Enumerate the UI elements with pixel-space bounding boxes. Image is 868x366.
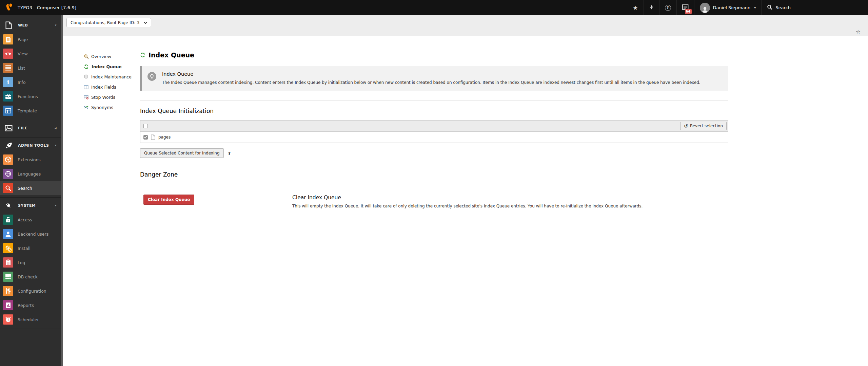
revert-selection-button[interactable]: ↺ Revert selection	[680, 122, 727, 130]
module-group-label: SYSTEM	[18, 203, 36, 208]
sidebar-item-reports[interactable]: Reports	[0, 298, 61, 312]
sidebar-item-access[interactable]: Access	[0, 213, 61, 227]
sidebar-item-label: Install	[18, 246, 31, 251]
sidebar-item-backend-users[interactable]: Backend users	[0, 227, 61, 241]
plug-icon	[3, 202, 14, 209]
gear-check-icon	[3, 243, 13, 253]
help-question-toggle[interactable]: ?	[228, 151, 231, 156]
toolbox-icon	[3, 91, 13, 102]
open-documents-button[interactable]: 64	[676, 0, 694, 15]
tab-label: Index Maintenance	[91, 74, 132, 79]
module-group-header-system[interactable]: SYSTEM ▾	[0, 198, 61, 213]
sidebar-item-functions[interactable]: Functions	[0, 89, 61, 104]
tab-index-queue[interactable]: Index Queue	[84, 61, 140, 72]
magnifier-small-icon	[84, 54, 88, 59]
sidebar-item-extensions[interactable]: Extensions	[0, 152, 61, 167]
help-button[interactable]: ?	[659, 0, 676, 15]
select-all-checkbox[interactable]	[143, 124, 148, 128]
clear-cache-button[interactable]	[644, 0, 659, 15]
page-file-icon	[151, 134, 155, 140]
module-group-admin-tools: ADMIN TOOLS ▾ Extensions Languages Searc…	[0, 138, 61, 198]
module-menu: WEB ▾ Page View List i Info	[0, 15, 61, 366]
clear-index-queue-button[interactable]: Clear Index Queue	[143, 195, 194, 205]
sidebar-item-page[interactable]: Page	[0, 32, 61, 47]
tab-index-fields[interactable]: Index Fields	[84, 82, 140, 92]
sidebar-item-label: Search	[18, 186, 32, 191]
page-title: Index Queue	[140, 51, 728, 59]
tab-stop-words[interactable]: Stop Words	[84, 92, 140, 102]
sidebar-item-view[interactable]: View	[0, 47, 61, 61]
sidebar-item-languages[interactable]: Languages	[0, 167, 61, 181]
module-group-header-web[interactable]: WEB ▾	[0, 18, 61, 32]
main-column: Index Queue Index Queue The Index Queue …	[140, 51, 728, 208]
info-callout: Index Queue The Index Queue manages cont…	[140, 66, 728, 91]
module-group-label: WEB	[18, 23, 28, 28]
globe-icon	[3, 169, 13, 179]
pages-checkbox[interactable]	[143, 135, 148, 140]
clipboard-icon	[3, 257, 13, 268]
sidebar-item-scheduler[interactable]: Scheduler	[0, 312, 61, 327]
user-menu[interactable]: Daniel Siepmann ▾	[694, 0, 762, 15]
tab-synonyms[interactable]: Synonyms	[84, 102, 140, 112]
global-search-button[interactable]: Search	[761, 0, 796, 15]
divider	[140, 100, 728, 100]
module-group-label: ADMIN TOOLS	[18, 143, 49, 148]
info-icon: i	[3, 77, 13, 87]
list-icon	[3, 63, 13, 73]
sidebar-item-info[interactable]: i Info	[0, 75, 61, 89]
sidebar-item-install[interactable]: Install	[0, 241, 61, 255]
sidebar-item-label: Reports	[18, 303, 34, 308]
module-group-header-admin-tools[interactable]: ADMIN TOOLS ▾	[0, 138, 61, 152]
sidebar-item-log[interactable]: Log	[0, 255, 61, 270]
sidebar-item-label: Scheduler	[18, 317, 39, 322]
clear-index-queue-button-label: Clear Index Queue	[148, 197, 190, 202]
sidebar-item-template[interactable]: Template	[0, 104, 61, 118]
page-icon	[3, 34, 13, 44]
open-documents-icon: 64	[682, 4, 689, 11]
sidebar-item-label: List	[18, 66, 25, 71]
tab-label: Index Queue	[92, 64, 122, 69]
sliders-icon	[3, 286, 13, 296]
tab-label: Stop Words	[91, 95, 115, 100]
sidebar-item-label: Template	[18, 108, 37, 113]
callout-title: Index Queue	[162, 71, 701, 77]
refresh-green-icon	[84, 64, 89, 69]
clear-queue-heading: Clear Index Queue	[292, 195, 643, 201]
page-selector[interactable]: Congratulations, Root Page ID: 3	[66, 18, 151, 27]
report-chart-icon	[3, 300, 13, 310]
search-label: Search	[775, 5, 791, 10]
sidebar-item-list[interactable]: List	[0, 61, 61, 75]
sidebar-item-db-check[interactable]: DB check	[0, 270, 61, 284]
bookmarks-button[interactable]: ★	[627, 0, 643, 15]
clear-queue-description: This will empty the Index Queue. It will…	[292, 204, 643, 208]
user-name: Daniel Siepmann	[713, 5, 751, 10]
tab-label: Overview	[91, 54, 111, 59]
tab-label: Synonyms	[91, 105, 113, 110]
tab-index-maintenance[interactable]: Index Maintenance	[84, 72, 140, 82]
bookmark-star-icon[interactable]: ☆	[856, 29, 861, 35]
sidebar-item-label: Log	[18, 260, 25, 265]
table-minus-icon	[84, 95, 88, 99]
eye-icon	[3, 49, 13, 59]
sidebar-item-search[interactable]: Search	[0, 181, 61, 195]
tab-overview[interactable]: Overview	[84, 51, 140, 61]
sidebar-item-label: Configuration	[18, 289, 46, 294]
module-group-header-file[interactable]: FILE ◀	[0, 121, 61, 135]
page-selector-value: Congratulations, Root Page ID: 3	[71, 20, 139, 25]
init-section-title: Index Queue Initialization	[140, 108, 728, 114]
function-menu: Overview Index Queue Index Maintenance I…	[84, 51, 140, 208]
brand: TYPO3 - Composer [7.6.9]	[0, 0, 76, 15]
row-label: pages	[158, 135, 171, 140]
module-group-system: SYSTEM ▾ Access Backend users Install	[0, 198, 61, 329]
database-gray-icon	[84, 74, 88, 79]
revert-selection-label: Revert selection	[690, 124, 723, 128]
avatar	[700, 3, 710, 13]
sync-arrows-icon	[84, 105, 88, 110]
queue-content-button[interactable]: Queue Selected Content for Indexing	[140, 148, 224, 158]
chevron-down-icon	[144, 22, 147, 24]
danger-zone-title: Danger Zone	[140, 171, 728, 178]
user-icon	[3, 229, 13, 239]
undo-icon: ↺	[684, 124, 688, 128]
sidebar-item-configuration[interactable]: Configuration	[0, 284, 61, 298]
rocket-icon	[3, 142, 14, 149]
